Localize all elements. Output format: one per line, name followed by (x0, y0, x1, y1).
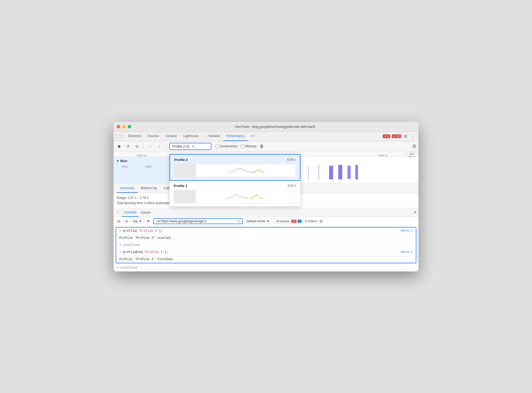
console-area: ⋮ Console Issues × ⊟ ⊘ top ▼ 👁 -url:http… (114, 208, 418, 271)
console-highlighted-group: > profile( 'Profile 2' ); VM232:2 Profil… (116, 227, 416, 263)
profile-2-time: 8.85 s (287, 158, 296, 162)
warning-count: 2 (298, 220, 301, 223)
error-badge[interactable]: ✕ 4 (383, 134, 390, 138)
console-line-profile-started: Profile 'Profile 2' started. (116, 235, 416, 242)
sidebar-toggle-button[interactable]: ⊟ (116, 218, 122, 224)
tab-bottom-up[interactable]: Bottom-Up (138, 183, 160, 193)
tab-lighthouse[interactable]: Lighthouse (180, 132, 202, 141)
network-warning-icon: ⚠ (205, 134, 208, 138)
tab-badges: ✕ 4 ✕ 12 ⚙ ⋮ (383, 134, 416, 139)
inspect-icon[interactable]: ⬚ (120, 134, 124, 138)
main-track-label: ▼ Main (116, 159, 127, 163)
svg-rect-15 (308, 166, 309, 179)
tab-sources[interactable]: Sources (144, 132, 162, 141)
tab-console[interactable]: Console (162, 132, 180, 141)
svg-rect-1 (174, 190, 196, 203)
cancel-button[interactable]: ⊘ (134, 143, 140, 150)
tab-issues-bottom[interactable]: Issues (139, 208, 153, 217)
separator-2 (166, 144, 166, 149)
ruler-mark-1000: 1000 ms (137, 154, 147, 157)
profile-dropdown-menu: Profile 2 8.85 s Profile 1 8.53 (169, 154, 301, 206)
profile-label: Profile 2 #1 (172, 144, 190, 148)
devtools-window: DevTools - blog.google/technology/ai/cod… (114, 122, 418, 271)
console-output: > profile( 'Profile 2' ); VM232:2 Profil… (114, 227, 418, 271)
console-line-undefined-1: < undefined (116, 242, 416, 249)
profile-2-preview (174, 164, 296, 177)
separator-1 (144, 144, 144, 149)
console-header: ⋮ Console Issues × (114, 208, 418, 217)
issues-count-badge: 14 Issues: 12 2 (274, 219, 304, 224)
console-line-undefined-2: < undefined (114, 264, 418, 271)
profile-dropdown-item-2[interactable]: Profile 2 8.85 s (170, 154, 300, 181)
ruler-mark-9000: 9000 m (379, 154, 387, 157)
window-title: DevTools - blog.google/technology/ai/cod… (135, 125, 415, 129)
upload-button[interactable]: ↑ (147, 143, 154, 150)
error-count: 12 (291, 220, 296, 223)
screenshots-label: Screenshots (220, 144, 238, 148)
download-button[interactable]: ↓ (156, 143, 163, 150)
traffic-lights (117, 125, 131, 128)
svg-rect-17 (329, 166, 333, 179)
prompt-icon-3: > (119, 250, 121, 255)
net-label: NET (410, 153, 415, 155)
filter-input-wrapper[interactable]: -url:https://www.googletagmanager.c ✕ (153, 218, 243, 224)
svg-rect-0 (175, 164, 196, 177)
context-selector[interactable]: top ▼ (131, 219, 144, 224)
console-line-profileend-call: > profileEnd( 'Profile 2' ); VM244:2 (116, 249, 416, 256)
context-arrow-icon: ▼ (139, 219, 142, 223)
profile-1-preview (174, 190, 296, 203)
devtools-tabs: ⛶ ⬚ Elements Sources Console Lighthouse … (114, 132, 418, 141)
close-button[interactable] (117, 125, 120, 128)
console-drag-icon[interactable]: ⋮ (116, 210, 120, 215)
vm-link-2[interactable]: VM244:2 (401, 250, 413, 254)
profile-2-title: Profile 2 (174, 158, 188, 162)
levels-arrow-icon: ▼ (267, 219, 270, 223)
memory-checkbox-label[interactable]: Memory (241, 144, 257, 148)
console-line-profile-finished: Profile 'Profile 2' finished. (116, 256, 416, 263)
prompt-icon-2: < (119, 243, 121, 248)
tab-console-bottom[interactable]: Console (122, 208, 139, 217)
clear-console-button[interactable]: ⊘ (124, 218, 130, 224)
settings-icon[interactable]: ⚙ (403, 134, 408, 139)
tab-network[interactable]: ⚠ Network (202, 132, 223, 141)
capture-settings-icon[interactable]: ⚙ (412, 144, 416, 149)
console-close-button[interactable]: × (413, 210, 416, 215)
checkbox-group: Screenshots Memory 🗑 (216, 144, 264, 149)
memory-label: Memory (245, 144, 257, 148)
screenshots-checkbox-label[interactable]: Screenshots (216, 144, 238, 148)
hidden-count: 6 hidden (305, 219, 318, 223)
tab-more[interactable]: >> (248, 132, 258, 141)
chevron-down-icon: ▼ (192, 145, 195, 148)
screenshots-checkbox[interactable] (216, 145, 219, 148)
filter-text: -url:https://www.googletagmanager.c (156, 219, 237, 223)
warning-badge[interactable]: ✕ 12 (392, 134, 401, 138)
cursor-icon[interactable]: ⛶ (116, 134, 119, 138)
context-label: top (133, 219, 138, 223)
profile-1-time: 8.53 s (288, 184, 296, 188)
filter-clear-icon[interactable]: ✕ (237, 219, 240, 223)
vm-link-1[interactable]: VM232:2 (401, 229, 413, 233)
console-toolbar: ⊟ ⊘ top ▼ 👁 -url:https://www.googletagma… (114, 217, 418, 226)
delete-button[interactable]: 🗑 (260, 144, 264, 149)
maximize-button[interactable] (128, 125, 131, 128)
profile-dropdown-item-1[interactable]: Profile 1 8.53 s (170, 181, 300, 206)
minimize-button[interactable] (122, 125, 126, 128)
record-button[interactable]: ⏺ (116, 143, 122, 150)
profile-1-title: Profile 1 (174, 184, 187, 188)
more-options-icon[interactable]: ⋮ (410, 134, 416, 139)
titlebar: DevTools - blog.google/technology/ai/cod… (114, 122, 418, 132)
console-line-profile-call: > profile( 'Profile 2' ); VM232:2 (116, 228, 416, 235)
tab-summary[interactable]: Summary (117, 183, 138, 193)
reload-button[interactable]: ↺ (125, 143, 131, 150)
console-settings-icon[interactable]: ⚙ (319, 219, 323, 224)
toolbar-right: ⚙ (412, 143, 416, 149)
tab-elements[interactable]: Elements (125, 132, 144, 141)
tab-performance[interactable]: Performance (223, 132, 248, 141)
svg-rect-20 (355, 165, 358, 179)
log-levels-selector[interactable]: Default levels ▼ (244, 219, 272, 224)
profile-dropdown-button[interactable]: Profile 2 #1 ▼ (169, 143, 211, 150)
memory-checkbox[interactable] (241, 145, 244, 148)
eye-icon-button[interactable]: 👁 (145, 218, 152, 224)
timeline-right-labels: CPU NET 800 m (405, 152, 418, 157)
prompt-icon-1: > (119, 229, 121, 233)
